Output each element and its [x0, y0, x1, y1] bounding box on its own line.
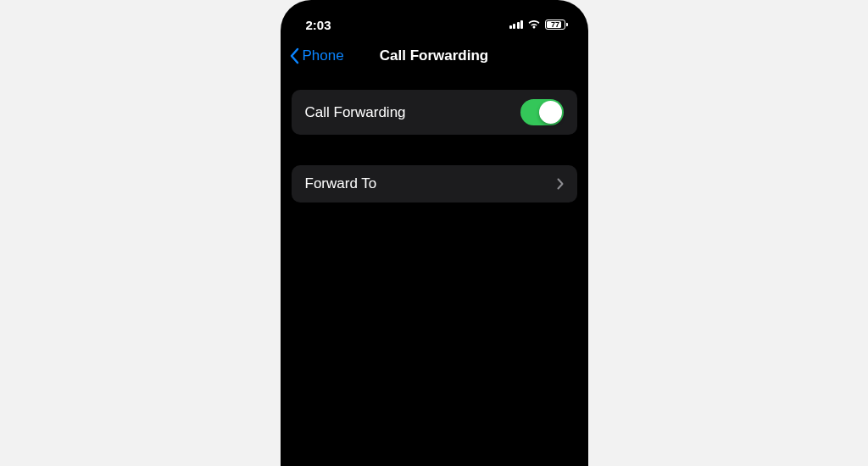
status-bar: 2:03 77: [281, 0, 588, 37]
chevron-right-icon: [557, 178, 564, 190]
settings-content: Call Forwarding Forward To: [281, 75, 588, 202]
call-forwarding-toggle[interactable]: [520, 99, 564, 125]
forward-to-row[interactable]: Forward To: [292, 165, 577, 202]
battery-icon: 77: [545, 19, 568, 30]
back-button-label: Phone: [303, 47, 344, 64]
call-forwarding-row: Call Forwarding: [292, 90, 577, 135]
forward-to-group: Forward To: [292, 165, 577, 202]
chevron-left-icon: [289, 47, 299, 64]
cellular-signal-icon: [509, 20, 524, 29]
phone-frame: 2:03 77: [281, 0, 588, 466]
wifi-icon: [527, 19, 541, 30]
page-title: Call Forwarding: [380, 47, 488, 64]
forward-to-label: Forward To: [305, 175, 377, 192]
status-indicators: 77: [509, 19, 568, 30]
call-forwarding-label: Call Forwarding: [305, 104, 406, 121]
back-button[interactable]: Phone: [289, 47, 344, 64]
navigation-bar: Phone Call Forwarding: [281, 37, 588, 75]
call-forwarding-group: Call Forwarding: [292, 90, 577, 135]
toggle-knob: [539, 101, 562, 124]
status-time: 2:03: [306, 18, 331, 32]
battery-level: 77: [551, 20, 559, 29]
